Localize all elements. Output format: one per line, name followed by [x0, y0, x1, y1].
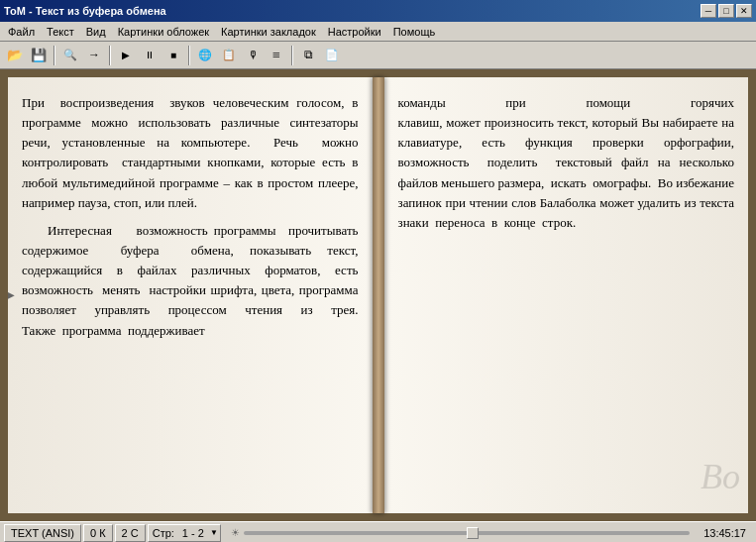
play-button[interactable]	[115, 45, 137, 66]
encoding-text: TEXT (ANSI)	[11, 527, 74, 539]
slider-track[interactable]	[244, 531, 690, 535]
save-icon	[31, 48, 47, 63]
left-page-text-2: Интересная возможность программы прочиты…	[22, 221, 359, 341]
restore-button[interactable]: □	[718, 4, 734, 18]
slider-thumb[interactable]	[467, 527, 479, 539]
close-button[interactable]: ✕	[736, 4, 752, 18]
slider-area: ☀	[223, 527, 698, 538]
zoom-icon	[63, 48, 77, 62]
page-select-panel[interactable]: Стр: 1 - 2 ▼	[148, 524, 221, 542]
separator-4	[291, 46, 293, 65]
book-spine	[373, 77, 384, 513]
time-display: 13:45:17	[698, 527, 752, 539]
page-label: Стр:	[149, 527, 178, 539]
arrow-icon	[88, 48, 100, 62]
book-left-page: ▶ При воспроизведения звуков человечески…	[8, 77, 373, 513]
stop-button[interactable]	[162, 45, 184, 66]
right-page-text: команды при помощи горячих клавиш, может…	[398, 93, 735, 233]
pause-button[interactable]	[139, 45, 161, 66]
watermark: Bo	[701, 450, 740, 505]
menu-cover-images[interactable]: Картинки обложек	[112, 24, 215, 40]
menu-text[interactable]: Текст	[41, 24, 80, 40]
stop-icon	[170, 48, 176, 62]
clipboard-icon	[222, 48, 236, 62]
separator-1	[54, 46, 55, 65]
title-bar: ТоМ - Текст из буфера обмена ─ □ ✕	[0, 0, 756, 22]
toolbar	[0, 42, 756, 69]
value2-text: 2 С	[122, 527, 139, 539]
menu-bookmark-images[interactable]: Картинки закладок	[215, 24, 322, 40]
menu-file[interactable]: Файл	[2, 24, 41, 40]
value1-panel: 0 К	[83, 524, 113, 542]
menu-bar: Файл Текст Вид Картинки обложек Картинки…	[0, 22, 756, 42]
book-right-page: команды при помощи горячих клавиш, может…	[384, 77, 749, 513]
copy-button[interactable]	[297, 45, 319, 66]
encoding-panel: TEXT (ANSI)	[4, 524, 81, 542]
status-bar: TEXT (ANSI) 0 К 2 С Стр: 1 - 2 ▼ ☀ 13:45…	[0, 521, 756, 542]
globe-button[interactable]	[194, 45, 216, 66]
paste-button[interactable]	[321, 45, 343, 66]
separator-3	[188, 46, 190, 65]
open-button[interactable]	[4, 45, 26, 66]
menu-settings[interactable]: Настройки	[322, 24, 387, 40]
copy-icon	[304, 48, 313, 62]
left-page-text: При воспроизведения звуков человеческим …	[22, 93, 359, 213]
separator-2	[109, 46, 111, 65]
page-arrow-indicator: ▶	[8, 284, 15, 306]
window-title: ТоМ - Текст из буфера обмена	[4, 5, 166, 17]
globe-icon	[198, 48, 212, 62]
page-value: 1 - 2	[178, 527, 208, 539]
paste-icon	[325, 48, 339, 62]
lines-icon	[272, 48, 280, 63]
menu-view[interactable]: Вид	[80, 24, 112, 40]
save-button[interactable]	[28, 45, 50, 66]
zoom-button[interactable]	[59, 45, 81, 66]
arrow-button[interactable]	[83, 45, 105, 66]
main-area: ▶ При воспроизведения звуков человечески…	[0, 69, 756, 521]
page-dropdown-arrow[interactable]: ▼	[208, 528, 220, 537]
menu-help[interactable]: Помощь	[387, 24, 442, 40]
clipboard-button[interactable]	[218, 45, 240, 66]
minimize-button[interactable]: ─	[701, 4, 716, 18]
brightness-low-icon: ☀	[231, 527, 240, 538]
pause-icon	[145, 48, 155, 62]
mic-icon	[248, 48, 259, 62]
value1-text: 0 К	[90, 527, 106, 539]
lines-button[interactable]	[266, 45, 287, 66]
open-icon	[7, 48, 23, 63]
value2-panel: 2 С	[115, 524, 146, 542]
book: ▶ При воспроизведения звуков человечески…	[8, 77, 748, 513]
window-controls: ─ □ ✕	[701, 4, 752, 18]
play-icon	[122, 48, 130, 62]
mic-button[interactable]	[242, 45, 264, 66]
